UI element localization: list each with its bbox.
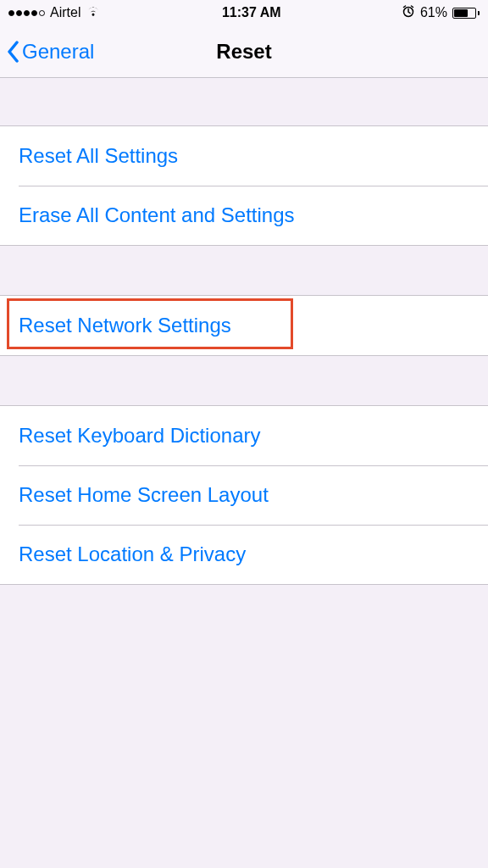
nav-header: General Reset (0, 25, 488, 78)
back-button[interactable]: General (0, 40, 94, 64)
reset-keyboard-dictionary-cell[interactable]: Reset Keyboard Dictionary (0, 406, 488, 465)
back-label: General (22, 40, 94, 64)
cell-label: Reset Location & Privacy (19, 542, 246, 566)
settings-group-2: Reset Network Settings (0, 295, 488, 356)
group-spacer (0, 356, 488, 405)
alarm-icon (402, 4, 415, 21)
battery-icon (452, 8, 480, 19)
reset-all-settings-cell[interactable]: Reset All Settings (0, 126, 488, 186)
reset-network-settings-cell[interactable]: Reset Network Settings (0, 296, 488, 355)
status-right: 61% (402, 4, 480, 21)
status-time: 11:37 AM (101, 5, 402, 20)
reset-location-privacy-cell[interactable]: Reset Location & Privacy (0, 525, 488, 584)
battery-percentage: 61% (420, 5, 447, 20)
cell-label: Reset Keyboard Dictionary (19, 424, 260, 448)
chevron-left-icon (7, 41, 19, 63)
cell-label: Reset Network Settings (19, 314, 231, 337)
group-spacer (0, 246, 488, 295)
cell-label: Reset All Settings (19, 144, 178, 168)
cell-label: Erase All Content and Settings (19, 203, 295, 227)
status-left: Airtel (8, 5, 101, 20)
wifi-icon (86, 5, 101, 20)
status-bar: Airtel 11:37 AM 61% (0, 0, 488, 25)
settings-group-3: Reset Keyboard Dictionary Reset Home Scr… (0, 405, 488, 585)
settings-group-1: Reset All Settings Erase All Content and… (0, 125, 488, 246)
group-spacer (0, 78, 488, 125)
signal-strength-icon (8, 10, 45, 16)
reset-home-screen-layout-cell[interactable]: Reset Home Screen Layout (0, 465, 488, 525)
cell-label: Reset Home Screen Layout (19, 483, 269, 507)
erase-all-content-cell[interactable]: Erase All Content and Settings (0, 186, 488, 245)
carrier-label: Airtel (50, 5, 80, 20)
